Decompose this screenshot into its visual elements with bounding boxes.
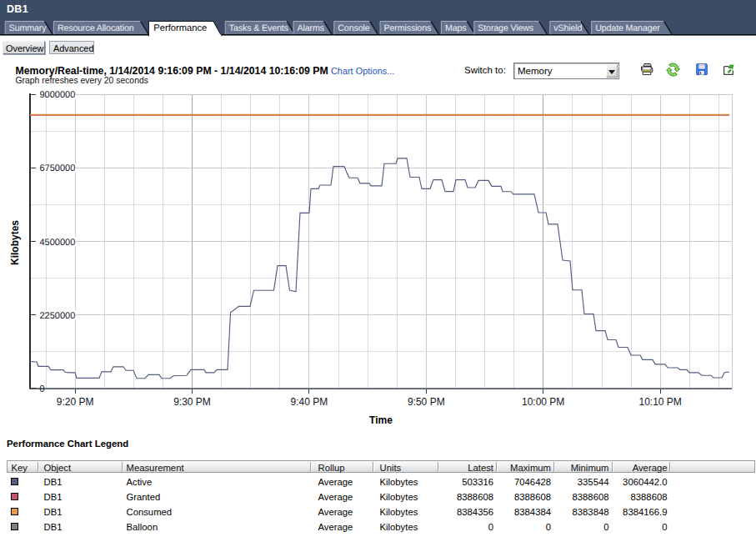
svg-text:9:40 PM: 9:40 PM — [291, 396, 328, 408]
svg-text:6750000: 6750000 — [40, 163, 76, 173]
svg-text:2250000: 2250000 — [40, 311, 76, 321]
svg-text:9:30 PM: 9:30 PM — [173, 396, 211, 408]
svg-text:Time: Time — [369, 414, 393, 426]
svg-text:9000000: 9000000 — [40, 90, 76, 100]
svg-text:9:20 PM: 9:20 PM — [57, 396, 94, 408]
svg-text:10:00 PM: 10:00 PM — [522, 396, 564, 408]
svg-text:9:50 PM: 9:50 PM — [408, 396, 445, 408]
svg-text:10:10 PM: 10:10 PM — [639, 396, 682, 408]
svg-text:4500000: 4500000 — [40, 238, 76, 248]
svg-text:Kilobytes: Kilobytes — [9, 220, 21, 265]
svg-text:0: 0 — [40, 384, 45, 394]
